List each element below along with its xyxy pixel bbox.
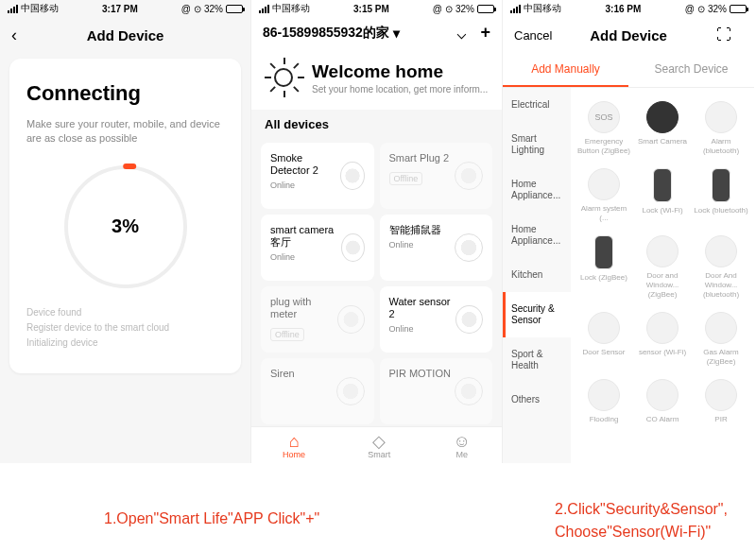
welcome-heading: Welcome home xyxy=(312,61,488,82)
mic-icon[interactable]: ⌵ xyxy=(456,23,467,43)
alarm-icon: ⊙ xyxy=(445,4,453,14)
product-icon: SOS xyxy=(588,101,620,133)
category-item[interactable]: Home Appliance... xyxy=(503,213,571,258)
chevron-down-icon: ▾ xyxy=(393,26,400,41)
carrier: 中国移动 xyxy=(21,2,59,15)
product-icon xyxy=(653,168,672,202)
product-item[interactable]: Alarm system (... xyxy=(575,163,633,228)
progress-ring: 3% xyxy=(64,165,187,288)
category-item[interactable]: Kitchen xyxy=(503,258,571,292)
device-icon xyxy=(337,305,365,334)
connecting-heading: Connecting xyxy=(26,81,224,106)
product-item[interactable]: Lock (Wi-Fi) xyxy=(633,163,692,228)
caption-1: 1.Open"Smart Life"APP Click"+" xyxy=(104,508,319,543)
category-item[interactable]: Security & Sensor xyxy=(503,292,571,337)
battery-icon xyxy=(477,5,494,13)
back-icon[interactable]: ‹ xyxy=(11,26,17,45)
weather-sun-icon xyxy=(265,59,302,96)
product-icon xyxy=(712,168,730,202)
carrier: 中国移动 xyxy=(272,2,310,15)
product-icon xyxy=(646,235,679,267)
progress-percent: 3% xyxy=(64,165,187,288)
product-item[interactable]: Door And Window... (bluetooth) xyxy=(692,230,750,304)
connecting-card: Connecting Make sure your router, mobile… xyxy=(9,59,241,373)
device-icon xyxy=(341,233,365,262)
device-card[interactable]: plug with meterOffline xyxy=(261,286,374,353)
tab-add-manually[interactable]: Add Manually xyxy=(503,53,628,87)
category-item[interactable]: Sport & Health xyxy=(503,337,571,383)
product-item[interactable]: CO Alarm xyxy=(633,373,692,430)
device-icon xyxy=(455,305,483,334)
device-card[interactable]: PIR MOTION xyxy=(380,358,493,424)
product-icon xyxy=(588,379,620,411)
product-item[interactable]: Lock (bluetooth) xyxy=(692,163,750,228)
status-bar: 中国移动 3:17 PM @ ⊙ 32% xyxy=(0,0,250,17)
signal-icon xyxy=(259,5,269,13)
alarm-icon: ⊙ xyxy=(697,4,705,14)
product-item[interactable]: SOSEmergency Button (ZigBee) xyxy=(575,95,633,161)
product-icon xyxy=(588,168,620,200)
device-card[interactable]: Smart Plug 2Offline xyxy=(380,143,493,209)
product-item[interactable]: Smart Camera xyxy=(633,95,692,161)
category-item[interactable]: Others xyxy=(503,383,571,417)
status-time: 3:17 PM xyxy=(102,4,138,14)
nav-me[interactable]: ☺Me xyxy=(454,433,471,459)
nav-bar: ‹ Add Device xyxy=(0,17,250,53)
status-bar: 中国移动 3:15 PM @ ⊙ 32% xyxy=(251,0,502,17)
battery-pct: 32% xyxy=(455,4,474,14)
product-item[interactable]: Door and Window... (ZigBee) xyxy=(633,230,692,304)
location-icon: @ xyxy=(181,4,191,14)
device-icon xyxy=(336,377,365,405)
step-2: Register device to the smart cloud xyxy=(26,320,224,336)
battery-icon xyxy=(226,5,243,13)
carrier: 中国移动 xyxy=(524,2,561,15)
battery-pct: 32% xyxy=(708,4,727,14)
battery-pct: 32% xyxy=(204,4,223,14)
product-item[interactable]: Lock (ZigBee) xyxy=(575,230,633,304)
product-item[interactable]: sensor (Wi-Fi) xyxy=(633,306,692,371)
welcome-sub[interactable]: Set your home location, get more inform.… xyxy=(312,84,488,95)
step-1: Device found xyxy=(26,305,224,320)
scan-icon[interactable]: ⛶ xyxy=(716,26,743,43)
category-item[interactable]: Electrical xyxy=(503,88,571,122)
nav-smart[interactable]: ◇Smart xyxy=(368,433,390,459)
product-icon xyxy=(705,312,737,344)
device-icon xyxy=(340,162,365,190)
caption-2: 2.Click"Security&Sensor", Choose"Sensor(… xyxy=(555,498,728,543)
category-item[interactable]: Home Appliance... xyxy=(503,167,571,213)
product-icon xyxy=(705,101,737,133)
device-icon xyxy=(455,233,483,262)
device-card[interactable]: Siren xyxy=(261,358,374,424)
page-title: Add Device xyxy=(541,27,716,43)
status-time: 3:15 PM xyxy=(353,4,389,14)
device-card[interactable]: Smoke Detector 2Online xyxy=(261,143,374,209)
tab-search-device[interactable]: Search Device xyxy=(628,53,754,87)
alarm-icon: ⊙ xyxy=(194,4,201,14)
location-icon: @ xyxy=(433,4,442,14)
device-icon xyxy=(455,377,483,405)
add-icon[interactable]: + xyxy=(480,23,490,43)
product-icon xyxy=(588,312,620,344)
product-item[interactable]: Door Sensor xyxy=(575,306,633,371)
connecting-sub: Make sure your router, mobile, and devic… xyxy=(26,117,224,146)
step-3: Initializing device xyxy=(26,336,224,351)
device-card[interactable]: 智能捕鼠器Online xyxy=(380,215,493,281)
location-icon: @ xyxy=(685,4,695,14)
product-icon xyxy=(646,379,679,411)
category-item[interactable]: Smart Lighting xyxy=(503,122,571,167)
device-icon xyxy=(455,162,483,190)
product-item[interactable]: Alarm (bluetooth) xyxy=(692,95,750,161)
product-icon xyxy=(594,235,613,269)
section-all-devices[interactable]: All devices xyxy=(251,110,502,137)
device-card[interactable]: smart camera 客厅Online xyxy=(261,215,374,281)
nav-home[interactable]: ⌂Home xyxy=(283,433,305,459)
product-icon xyxy=(705,235,737,267)
product-item[interactable]: PIR xyxy=(692,373,750,430)
home-title[interactable]: 86-15899855932的家▾ xyxy=(263,25,400,42)
product-icon xyxy=(646,101,679,133)
page-title: Add Device xyxy=(38,27,213,43)
device-card[interactable]: Water sensor 2Online xyxy=(380,286,493,353)
product-item[interactable]: Gas Alarm (ZigBee) xyxy=(692,306,750,371)
signal-icon xyxy=(8,5,18,13)
product-item[interactable]: Flooding xyxy=(575,373,633,430)
